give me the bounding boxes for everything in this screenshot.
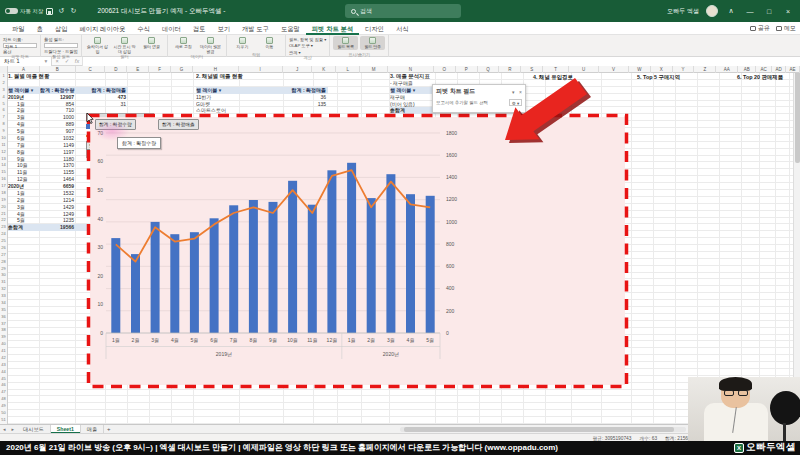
menu-tab-파일[interactable]: 파일 [6,22,31,35]
column-header-U[interactable]: U [569,66,599,73]
fields-pane-close-icon[interactable]: × [519,89,522,95]
row-header-45[interactable]: 45 [0,376,7,383]
ribbon-button-OLAP 도구[interactable]: OLAP 도구 ▾ [289,43,326,48]
menu-tab-피벗 차트 분석[interactable]: 피벗 차트 분석 [306,22,359,35]
select-all-corner[interactable] [0,66,8,73]
horizontal-scrollbar-thumb[interactable] [404,427,674,432]
tab-scroll-right-icon[interactable]: ▸ [9,426,18,432]
vertical-scrollbar[interactable] [793,66,800,424]
tab-scroll-left-icon[interactable]: ◂ [0,426,9,432]
row-header-44[interactable]: 44 [0,369,7,376]
row-header-36[interactable]: 36 [0,314,7,321]
menu-tab-수식[interactable]: 수식 [131,22,156,35]
row-header-7[interactable]: 7 [0,114,7,121]
menu-tab-데이터[interactable]: 데이터 [156,22,187,35]
ribbon-field-차트 1[interactable]: 차트 1 [3,43,37,48]
ribbon-button-필드 단추[interactable]: 필드 단추 [360,36,385,50]
redo-button[interactable]: ↻ [68,5,80,17]
pivot-chart[interactable]: 0102030405060700200400600800100012001400… [86,113,629,389]
row-header-29[interactable]: 29 [0,266,7,273]
row-header-5[interactable]: 5 [0,101,7,108]
row-header-39[interactable]: 39 [0,334,7,341]
autosave-toggle[interactable]: 자동 저장 [5,8,44,15]
row-header-16[interactable]: 16 [0,176,7,183]
column-header-I[interactable]: I [239,66,283,73]
row-header-26[interactable]: 26 [0,245,7,252]
row-header-47[interactable]: 47 [0,389,7,396]
row-header-33[interactable]: 33 [0,293,7,300]
column-header-Q[interactable]: Q [478,66,500,73]
column-header-W[interactable]: W [629,66,651,73]
row-header-32[interactable]: 32 [0,286,7,293]
column-header-M[interactable]: M [360,66,388,73]
ribbon-button-이동[interactable]: 이동 [257,36,282,50]
column-header-O[interactable]: O [434,66,456,73]
ribbon-options-icon[interactable]: ∧ [725,7,737,15]
ribbon-button-필드 목록[interactable]: 필드 목록 [333,36,358,50]
column-header-K[interactable]: K [312,66,336,73]
column-header-Y[interactable]: Y [673,66,695,73]
menu-tab-검토[interactable]: 검토 [187,22,212,35]
row-header-20[interactable]: 20 [0,204,7,211]
ribbon-button-지우기[interactable]: 지우기 [230,36,255,50]
ribbon-field-box[interactable] [44,43,78,48]
row-header-42[interactable]: 42 [0,355,7,362]
row-header-1[interactable]: 1 [0,73,7,80]
column-header-G[interactable]: G [171,66,193,73]
row-header-51[interactable]: 51 [0,417,7,424]
row-header-21[interactable]: 21 [0,211,7,218]
menu-tab-디자인[interactable]: 디자인 [359,22,390,35]
row-header-35[interactable]: 35 [0,307,7,314]
column-header-D[interactable]: D [105,66,127,73]
save-button[interactable] [44,5,56,17]
row-header-37[interactable]: 37 [0,321,7,328]
row-header-28[interactable]: 28 [0,259,7,266]
column-header-P[interactable]: P [456,66,478,73]
fields-pane-gear-icon[interactable]: ⚙ ▾ [509,99,522,106]
column-header-C[interactable]: C [76,66,106,73]
column-header-F[interactable]: F [149,66,171,73]
column-header-B[interactable]: B [40,66,76,73]
table1-header-label[interactable]: 행 레이블 ▾ [8,87,40,94]
row-header-15[interactable]: 15 [0,169,7,176]
chart-field-button-rev[interactable]: 합계 : 확정매출 [158,119,199,130]
ribbon-button-슬라이서 삽입[interactable]: 슬라이서 삽입 [85,36,110,54]
horizontal-scrollbar[interactable] [400,427,686,432]
maximize-button[interactable]: □ [763,8,775,15]
ribbon-button-필드, 항목 및 집합[interactable]: 필드, 항목 및 집합 ▾ [289,37,326,42]
menu-tab-서식[interactable]: 서식 [390,22,415,35]
share-button[interactable]: 공유 [750,24,770,33]
row-header-13[interactable]: 13 [0,156,7,163]
column-header-X[interactable]: X [651,66,673,73]
row-header-38[interactable]: 38 [0,327,7,334]
row-header-12[interactable]: 12 [0,149,7,156]
row-header-50[interactable]: 50 [0,410,7,417]
column-header-Z[interactable]: Z [694,66,716,73]
column-header-AB[interactable]: AB [738,66,756,73]
row-header-19[interactable]: 19 [0,197,7,204]
row-header-34[interactable]: 34 [0,300,7,307]
column-header-V[interactable]: V [599,66,629,73]
autosave-toggle-icon[interactable] [5,8,18,14]
row-header-9[interactable]: 9 [0,128,7,135]
row-header-6[interactable]: 6 [0,107,7,114]
column-header-R[interactable]: R [499,66,521,73]
row-header-43[interactable]: 43 [0,362,7,369]
row-header-49[interactable]: 49 [0,403,7,410]
menu-tab-개발 도구[interactable]: 개발 도구 [236,22,275,35]
close-button[interactable]: × [782,8,794,15]
row-header-30[interactable]: 30 [0,272,7,279]
user-name[interactable]: 오빠두 엑셀 [667,7,699,16]
row-header-46[interactable]: 46 [0,382,7,389]
row-header-25[interactable]: 25 [0,238,7,245]
row-header-23[interactable]: 23 [0,224,7,231]
column-header-A[interactable]: A [8,66,40,73]
row-header-24[interactable]: 24 [0,231,7,238]
vertical-scrollbar-thumb[interactable] [795,68,800,163]
comments-button[interactable]: 메모 [776,24,796,33]
ribbon-button-새로 고침[interactable]: 새로 고침 [171,36,196,50]
row-header-3[interactable]: 3 [0,87,7,94]
row-header-27[interactable]: 27 [0,252,7,259]
menu-tab-보기[interactable]: 보기 [211,22,236,35]
row-header-14[interactable]: 14 [0,162,7,169]
